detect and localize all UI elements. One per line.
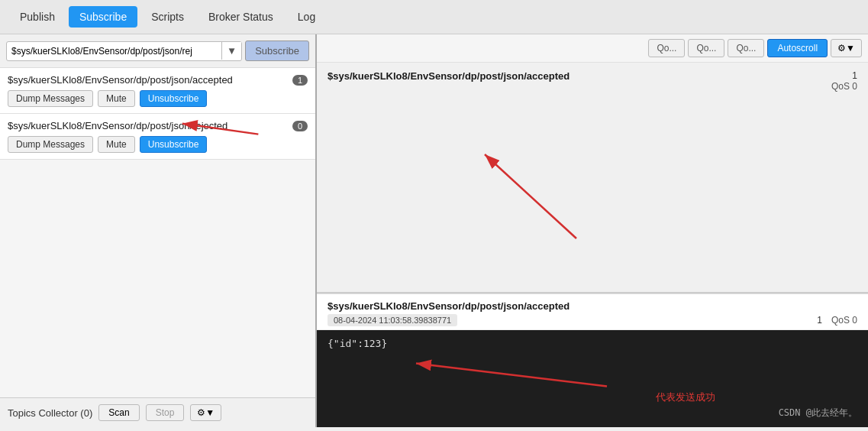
topic-dropdown-btn[interactable]: ▼ <box>221 42 241 60</box>
preview-qos: QoS 0 <box>831 81 857 92</box>
main-layout: ▼ Subscribe $sys/kuerSLKlo8/EnvSensor/dp… <box>0 34 868 427</box>
topic-count-rejected: 0 <box>292 121 308 131</box>
topic-input[interactable] <box>7 42 221 60</box>
topic-input-row: ▼ Subscribe <box>0 34 315 68</box>
right-settings-btn[interactable]: ⚙▼ <box>831 39 862 57</box>
qos-btn-2[interactable]: Qo... <box>688 39 724 57</box>
nav-subscribe[interactable]: Subscribe <box>69 6 137 28</box>
preview-topic-title: $sys/kuerSLKlo8/EnvSensor/dp/post/json/a… <box>328 70 570 82</box>
svg-line-3 <box>485 154 576 238</box>
csdn-credit: CSDN @此去经年。 <box>779 407 857 420</box>
message-detail: $sys/kuerSLKlo8/EnvSensor/dp/post/json/a… <box>317 293 868 427</box>
nav-scripts[interactable]: Scripts <box>140 6 195 28</box>
collector-label: Topics Collector (0) <box>8 407 92 419</box>
right-toolbar: Qo... Qo... Qo... Autoscroll ⚙▼ <box>317 34 868 63</box>
subscribe-button[interactable]: Subscribe <box>245 41 309 61</box>
detail-header: $sys/kuerSLKlo8/EnvSensor/dp/post/json/a… <box>317 294 868 330</box>
topic-row-accepted: $sys/kuerSLKlo8/EnvSensor/dp/post/json/a… <box>0 68 315 114</box>
detail-topic: $sys/kuerSLKlo8/EnvSensor/dp/post/json/a… <box>328 300 857 312</box>
dump-messages-btn-1[interactable]: Dump Messages <box>8 90 93 107</box>
topic-count-accepted: 1 <box>292 75 308 86</box>
arrow-overlay-right <box>317 63 868 292</box>
topic-row-header-2: $sys/kuerSLKlo8/EnvSensor/dp/post/json/r… <box>8 120 308 131</box>
topic-actions-accepted: Dump Messages Mute Unsubscribe <box>8 90 308 107</box>
top-nav: Publish Subscribe Scripts Broker Status … <box>0 0 868 34</box>
collector-settings-btn[interactable]: ⚙▼ <box>190 404 221 421</box>
dump-messages-btn-2[interactable]: Dump Messages <box>8 136 93 153</box>
left-panel: ▼ Subscribe $sys/kuerSLKlo8/EnvSensor/dp… <box>0 34 317 427</box>
topic-name-accepted: $sys/kuerSLKlo8/EnvSensor/dp/post/json/a… <box>8 74 233 86</box>
nav-publish[interactable]: Publish <box>9 6 66 28</box>
preview-count: 1 <box>831 70 857 81</box>
autoscroll-button[interactable]: Autoscroll <box>767 39 828 57</box>
topic-actions-rejected: Dump Messages Mute Unsubscribe <box>8 136 308 153</box>
unsubscribe-btn-2[interactable]: Unsubscribe <box>140 136 208 153</box>
topic-input-wrap: ▼ <box>6 41 242 61</box>
detail-meta-row: 08-04-2024 11:03:58.39838771 1 QoS 0 <box>328 314 857 326</box>
topic-name-rejected: $sys/kuerSLKlo8/EnvSensor/dp/post/json/r… <box>8 120 227 131</box>
scan-button[interactable]: Scan <box>98 404 139 421</box>
topic-row-header: $sys/kuerSLKlo8/EnvSensor/dp/post/json/a… <box>8 74 308 86</box>
detail-count: 1 <box>817 315 822 326</box>
message-preview-area: $sys/kuerSLKlo8/EnvSensor/dp/post/json/a… <box>317 63 868 293</box>
qos-btn-3[interactable]: Qo... <box>728 39 764 57</box>
left-spacer <box>0 160 315 397</box>
detail-timestamp: 08-04-2024 11:03:58.39838771 <box>328 314 457 326</box>
message-body: {"id":123} 代表发送成功 CSDN @此去经年。 <box>317 330 868 427</box>
mute-btn-1[interactable]: Mute <box>98 90 135 107</box>
message-code: {"id":123} <box>328 338 387 349</box>
svg-line-5 <box>416 364 607 387</box>
unsubscribe-btn-1[interactable]: Unsubscribe <box>140 90 208 107</box>
detail-qos: QoS 0 <box>831 315 857 326</box>
nav-broker-status[interactable]: Broker Status <box>198 6 284 28</box>
annotation-text: 代表发送成功 <box>656 390 715 404</box>
qos-btn-1[interactable]: Qo... <box>648 39 685 57</box>
nav-log[interactable]: Log <box>287 6 326 28</box>
mute-btn-2[interactable]: Mute <box>98 136 135 153</box>
stop-button[interactable]: Stop <box>146 404 185 421</box>
topics-collector: Topics Collector (0) Scan Stop ⚙▼ <box>0 397 315 427</box>
topic-row-rejected: $sys/kuerSLKlo8/EnvSensor/dp/post/json/r… <box>0 114 315 160</box>
right-panel: Qo... Qo... Qo... Autoscroll ⚙▼ $sys/kue… <box>317 34 868 427</box>
